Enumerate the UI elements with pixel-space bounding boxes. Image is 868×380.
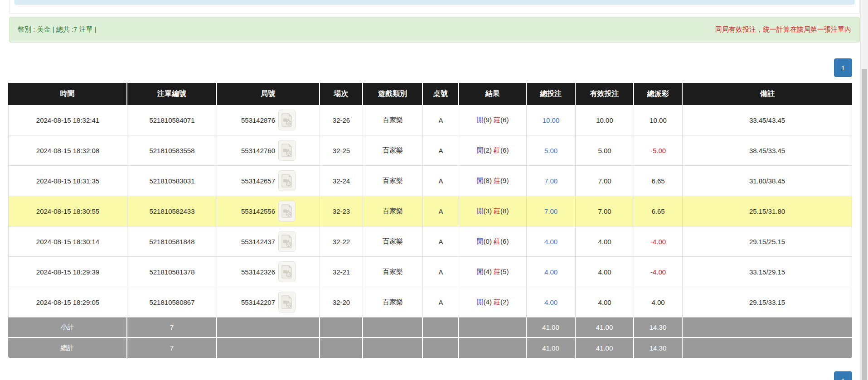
video-file-icon <box>281 113 293 127</box>
banker-label: 莊 <box>494 268 500 275</box>
bet-id-cell: 521810581848 <box>127 226 217 257</box>
video-file-icon <box>281 144 293 157</box>
table-number-cell: A <box>423 166 459 196</box>
round-id: 553142207 <box>241 298 275 306</box>
remark-cell: 29.15/33.15 <box>683 287 852 317</box>
info-alert-bar <box>15 0 854 5</box>
scrollbar[interactable] <box>860 0 868 380</box>
banker-label: 莊 <box>494 177 500 184</box>
game-type-cell: 百家樂 <box>363 166 423 196</box>
video-replay-button[interactable] <box>278 292 296 313</box>
summary-payout-cell: 14.30 <box>634 317 683 338</box>
summary-payout-cell: 14.30 <box>634 338 683 358</box>
table-header-row: 時間注單編號局號場次遊戲類別桌號結果總投注有效投注總派彩備註 <box>8 83 852 105</box>
pagination-page-1-top[interactable]: 1 <box>834 58 852 77</box>
banker-score: (9) <box>500 177 509 184</box>
player-score: (0) <box>484 237 492 245</box>
remark-cell: 33.45/43.45 <box>683 105 852 135</box>
summary-total-bet-cell: 41.00 <box>527 338 576 358</box>
payout-cell: -4.00 <box>634 226 683 257</box>
time-cell: 2024-08-15 18:31:35 <box>8 166 127 196</box>
total-bet-link[interactable]: 4.00 <box>544 298 558 306</box>
column-header: 總投注 <box>527 83 576 105</box>
currency-summary-text: 幣別 : 美金 | 總共 :7 注單 | <box>18 25 97 34</box>
summary-count-cell: 7 <box>127 338 217 358</box>
session-cell: 32-26 <box>320 105 363 135</box>
table-number-cell: A <box>423 196 459 226</box>
valid-bet-cell: 7.00 <box>576 166 634 196</box>
video-replay-button[interactable] <box>278 261 296 282</box>
column-header: 桌號 <box>423 83 459 105</box>
video-replay-button[interactable] <box>278 110 296 130</box>
banker-score: (6) <box>500 116 509 124</box>
banker-score: (6) <box>500 146 509 154</box>
video-replay-button[interactable] <box>278 201 296 221</box>
video-file-icon <box>281 265 293 279</box>
summary-empty-cell <box>217 317 320 338</box>
banker-score: (5) <box>500 268 509 275</box>
total-bet-link[interactable]: 7.00 <box>544 177 558 185</box>
video-replay-button[interactable] <box>278 170 296 191</box>
video-replay-button[interactable] <box>278 140 296 161</box>
banker-label: 莊 <box>494 116 500 124</box>
total-bet-link[interactable]: 5.00 <box>544 147 558 154</box>
round-id: 553142556 <box>241 207 275 215</box>
table-row: 2024-08-15 18:31:35521810583031553142657… <box>8 166 852 196</box>
table-number-cell: A <box>423 105 459 135</box>
total-bet-link[interactable]: 4.00 <box>544 238 558 245</box>
remark-cell: 38.45/33.45 <box>683 135 852 166</box>
pagination-page-1-bottom[interactable]: 1 <box>834 371 852 380</box>
player-score: (2) <box>484 146 492 154</box>
round-cell: 553142760 <box>217 135 320 166</box>
bet-records-table: 時間注單編號局號場次遊戲類別桌號結果總投注有效投注總派彩備註 2024-08-1… <box>8 83 852 358</box>
round-cell: 553142437 <box>217 226 320 257</box>
summary-empty-cell <box>217 338 320 358</box>
scrollbar-thumb[interactable] <box>862 69 867 380</box>
summary-empty-cell <box>363 317 423 338</box>
result-cell: 閒(4) 莊(5) <box>459 257 527 287</box>
video-replay-button[interactable] <box>278 231 296 252</box>
player-score: (8) <box>484 177 492 184</box>
table-number-cell: A <box>423 135 459 166</box>
total-bet-link[interactable]: 4.00 <box>544 268 558 276</box>
player-label: 閒 <box>477 207 484 215</box>
banker-score: (2) <box>500 298 509 306</box>
summary-label-cell: 總計 <box>8 338 127 358</box>
round-cell: 553142657 <box>217 166 320 196</box>
video-file-icon <box>281 295 293 309</box>
banker-label: 莊 <box>494 207 500 215</box>
valid-bet-cell: 4.00 <box>576 226 634 257</box>
valid-bet-cell: 5.00 <box>576 135 634 166</box>
round-id: 553142876 <box>241 116 275 124</box>
game-type-cell: 百家樂 <box>363 257 423 287</box>
result-cell: 閒(3) 莊(8) <box>459 196 527 226</box>
session-cell: 32-21 <box>320 257 363 287</box>
player-label: 閒 <box>477 298 484 306</box>
round-id: 553142437 <box>241 238 275 245</box>
round-cell: 553142556 <box>217 196 320 226</box>
total-bet-link[interactable]: 10.00 <box>543 116 560 124</box>
round-cell: 553142207 <box>217 287 320 317</box>
round-id: 553142760 <box>241 147 275 154</box>
total-row: 總計741.0041.0014.30 <box>8 338 852 358</box>
column-header: 備註 <box>683 83 852 105</box>
payout-cell: 6.65 <box>634 196 683 226</box>
game-type-cell: 百家樂 <box>363 196 423 226</box>
table-number-cell: A <box>423 257 459 287</box>
round-id: 553142326 <box>241 268 275 276</box>
summary-empty-cell <box>683 317 852 338</box>
time-cell: 2024-08-15 18:30:55 <box>8 196 127 226</box>
session-cell: 32-20 <box>320 287 363 317</box>
banker-label: 莊 <box>494 298 500 306</box>
summary-total-bet-cell: 41.00 <box>527 317 576 338</box>
summary-valid-bet-cell: 41.00 <box>576 317 634 338</box>
valid-bet-cell: 4.00 <box>576 287 634 317</box>
column-header: 結果 <box>459 83 527 105</box>
banker-label: 莊 <box>494 146 500 154</box>
game-type-cell: 百家樂 <box>363 287 423 317</box>
total-bet-cell: 4.00 <box>527 287 576 317</box>
total-bet-link[interactable]: 7.00 <box>544 207 558 215</box>
game-type-cell: 百家樂 <box>363 105 423 135</box>
session-cell: 32-22 <box>320 226 363 257</box>
valid-bet-cell: 7.00 <box>576 196 634 226</box>
